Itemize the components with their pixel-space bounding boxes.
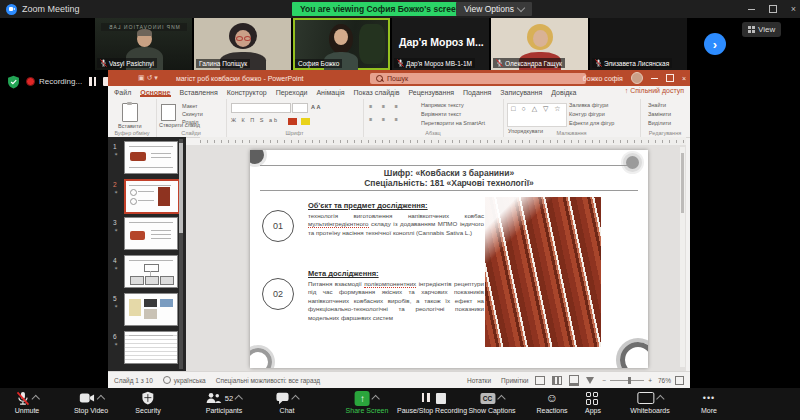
participant-tile-elizaveta[interactable]: Элизавета Лисянская [590,18,687,70]
section-button[interactable]: Розділ [182,118,198,126]
zoom-slider[interactable] [610,380,644,381]
zoom-percent[interactable]: 76% [658,377,671,384]
paste-label[interactable]: Вставити [118,122,142,130]
next-participants-button[interactable]: › [704,33,726,55]
unmute-button[interactable]: Unmute [15,390,40,414]
grow-shrink-font-buttons[interactable]: А А [311,103,320,111]
comments-toggle[interactable]: Примітки [501,377,528,384]
close-button[interactable]: × [791,4,796,14]
up-arrow-glyph: ↑ [360,393,365,404]
slideshow-view-icon[interactable] [586,377,594,384]
share-screen-button[interactable]: ↑ Share Screen [346,390,389,414]
whiteboards-button[interactable]: Whiteboards [630,390,669,414]
canvas-scrollbar[interactable] [680,147,685,367]
find-button[interactable]: Знайти [648,101,666,109]
more-button[interactable]: ••• More [701,390,717,414]
replace-button[interactable]: Замінити [648,110,671,118]
tab-slideshow[interactable]: Показ слайдів [354,89,400,96]
align-buttons[interactable]: ≡ ≡ ≡ [369,115,402,123]
tab-animations[interactable]: Анімація [316,89,344,96]
tab-recording[interactable]: Записування [500,89,542,96]
thumbnail-scrollbar[interactable] [179,139,183,369]
font-size-box[interactable] [292,103,308,113]
ppt-share-button[interactable]: ↑ Спільний доступ [625,87,684,94]
paste-icon[interactable] [122,103,138,122]
tab-home[interactable]: Основне [140,89,170,97]
slide-sorter-view-icon[interactable] [552,376,562,385]
chevron-up-icon[interactable] [235,395,243,403]
participant-tile-sofia[interactable]: София Божко [293,18,390,70]
tab-help[interactable]: Довідка [551,89,576,96]
tab-file[interactable]: Файл [114,89,131,96]
tab-design[interactable]: Конструктор [227,89,267,96]
shape-outline-button[interactable]: Контур фігури [569,110,605,118]
ppt-user-avatar[interactable] [631,72,643,84]
stop-video-button[interactable]: Stop Video [74,390,108,414]
maximize-button[interactable] [769,5,777,13]
text-direction-button[interactable]: Напрямок тексту [421,101,464,109]
apps-button[interactable]: Apps [585,390,601,414]
view-options-button[interactable]: View Options [456,2,532,16]
slide-thumbnail[interactable] [124,217,178,250]
current-slide[interactable]: Шифр: «Ковбаски з баранини» Спеціальніст… [250,150,648,368]
quick-access-toolbar[interactable]: ▣ ↺ ▾ [138,74,158,82]
highlight-color-button[interactable] [301,118,310,125]
shape-fill-button[interactable]: Заливка фігури [569,101,608,109]
list-buttons[interactable]: ≡ ≡ ≡ [369,102,402,110]
pause-recording-icon[interactable] [88,77,97,86]
reset-button[interactable]: Скинути [182,110,203,118]
fit-to-window-icon[interactable] [675,376,684,385]
shape-effects-button[interactable]: Ефекти для фігур [569,119,614,127]
ppt-maximize-button[interactable] [666,74,674,82]
chevron-up-icon[interactable] [291,395,299,403]
chevron-up-icon[interactable] [497,395,505,403]
ppt-search-box[interactable]: Пошук [370,73,586,84]
ppt-close-button[interactable]: × [682,75,686,82]
participants-button[interactable]: 52 Participants [206,390,243,414]
slide-thumbnail-selected[interactable] [124,179,180,214]
shapes-gallery[interactable]: □ ○ △ ▽ ☆ [507,103,567,127]
tab-view[interactable]: Подання [463,89,491,96]
security-button[interactable]: Security [135,390,160,414]
pause-icon[interactable] [420,393,430,404]
participant-tile-oleksandra[interactable]: Олександра Гащук [491,18,588,70]
chevron-up-icon[interactable] [31,395,39,403]
font-color-button[interactable] [288,118,297,125]
font-name-box[interactable] [231,103,291,113]
accessibility-status[interactable]: Спеціальні можливості: все гаразд [216,377,320,384]
reactions-button[interactable]: ☺ Reactions [536,390,567,414]
participant-tile-halyna[interactable]: Галина Поліщук [194,18,291,70]
tab-transitions[interactable]: Переходи [276,89,308,96]
chevron-up-icon[interactable] [656,395,664,403]
show-captions-button[interactable]: CC Show Captions [468,390,515,414]
sausages-photo[interactable] [485,197,601,347]
participant-tile-darya[interactable]: Дар'я Мороз М... Дар'я Мороз МВ-1-1М [392,18,489,70]
slide-thumbnail[interactable] [124,141,178,174]
tab-insert[interactable]: Вставлення [180,89,218,96]
pause-stop-recording-button[interactable]: Pause/Stop Recording [397,390,467,414]
chevron-up-icon[interactable] [372,395,380,403]
normal-view-icon[interactable] [535,376,545,385]
chat-button[interactable]: Chat [276,390,299,414]
participant-tile-vasyl[interactable]: МИР INNOVATION LAB Vasyl Pasichnyi [95,18,192,70]
zoom-in-button[interactable]: + [648,377,652,384]
view-layout-button[interactable]: View [742,22,781,37]
minimize-button[interactable] [748,9,755,10]
tab-review[interactable]: Рецензування [408,89,454,96]
slide-thumbnail[interactable] [124,331,178,364]
ppt-minimize-button[interactable] [651,78,658,79]
chevron-up-icon[interactable] [96,395,104,403]
font-style-buttons[interactable]: Ж К П S ab [231,116,279,124]
layout-button[interactable]: Макет [182,102,198,110]
notes-toggle[interactable]: Нотатки [467,377,491,384]
reading-view-icon[interactable] [569,375,579,386]
zoom-out-button[interactable]: − [602,377,606,384]
slide-thumbnail[interactable] [124,255,178,288]
align-text-button[interactable]: Вирівняти текст [421,110,461,118]
slide-thumbnail[interactable] [124,293,178,326]
new-slide-icon[interactable] [161,104,176,121]
smartart-button[interactable]: Перетворити на SmartArt [421,119,499,127]
stop-icon[interactable] [435,393,445,404]
select-button[interactable]: Виділити [648,119,671,127]
language-label[interactable]: українська [174,377,206,384]
